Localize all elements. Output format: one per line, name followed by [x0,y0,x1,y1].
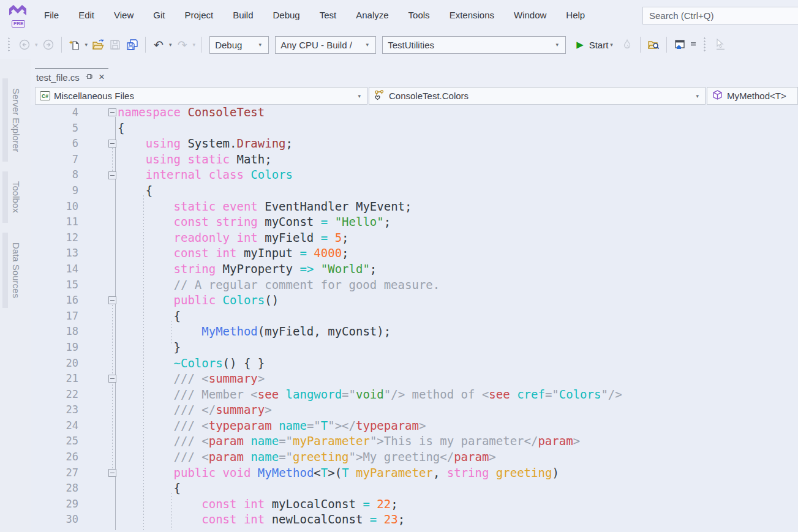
code-line-24[interactable]: 24 /// <typeparam name="T"></typeparam> [31,418,798,434]
open-folder-icon[interactable] [90,37,106,53]
undo-caret-icon[interactable]: ▾ [169,42,172,48]
save-all-icon[interactable] [124,37,140,53]
navigate-back-caret-icon[interactable]: ▾ [35,42,38,48]
close-icon[interactable]: × [99,73,105,81]
collapse-toggle-icon[interactable] [108,375,116,383]
menu-item-build[interactable]: Build [223,0,263,31]
code-line-22[interactable]: 22 /// Member <see langword="void"/> met… [31,387,798,403]
code-line-21[interactable]: 21 /// <summary> [31,371,798,387]
solution-platform-dropdown[interactable]: Any CPU - Build /▾ [275,36,376,54]
toolbar-separator [145,37,146,53]
navigate-back-icon[interactable] [17,37,32,53]
menu-item-help[interactable]: Help [556,0,595,31]
code-line-8[interactable]: 8 internal class Colors [31,167,798,183]
line-number: 4 [31,105,78,121]
fold-margin [78,356,118,372]
visual-studio-logo-icon: PRE [7,3,31,28]
code-line-19[interactable]: 19 } [31,340,798,356]
menu-item-extensions[interactable]: Extensions [440,0,504,31]
code-line-29[interactable]: 29 const int myLocalConst = 22; [31,496,798,512]
fold-margin [78,261,118,277]
code-line-5[interactable]: 5{ [31,121,798,137]
code-line-25[interactable]: 25 /// <param name="myParameter">This is… [31,433,798,449]
toolbar-grip[interactable] [7,37,11,53]
menu-bar: FileEditViewGitProjectBuildDebugTestAnal… [34,0,595,31]
collapse-toggle-icon[interactable] [108,171,116,179]
document-tab[interactable]: test_file.cs × [35,68,108,85]
side-tab-data-sources[interactable]: Data Sources [11,233,31,308]
menu-item-tools[interactable]: Tools [399,0,440,31]
menu-item-window[interactable]: Window [504,0,556,31]
fold-margin [78,340,118,356]
search-input[interactable] [642,7,798,24]
start-caret-icon[interactable]: ▾ [610,42,613,48]
pin-icon[interactable] [85,72,93,83]
fold-margin [78,371,118,387]
hot-reload-icon[interactable] [619,37,635,53]
code-line-7[interactable]: 7 using static Math; [31,152,798,168]
line-number: 13 [31,245,78,261]
side-tab-server-explorer[interactable]: Server Explorer [11,78,31,162]
solution-configuration-dropdown[interactable]: Debug▾ [209,36,269,54]
menu-item-git[interactable]: Git [143,0,175,31]
code-line-14[interactable]: 14 string MyProperty => "World"; [31,261,798,277]
code-line-15[interactable]: 15 // A regular comment for good measure… [31,277,798,293]
window-home-icon[interactable] [672,37,688,53]
collapse-toggle-icon[interactable] [108,140,116,148]
code-line-4[interactable]: 4namespace ConsoleTest [31,105,798,121]
line-number: 28 [31,481,78,496]
menu-item-view[interactable]: View [104,0,143,31]
line-number: 17 [31,309,78,324]
code-line-20[interactable]: 20 ~Colors() { } [31,356,798,372]
startup-project-dropdown[interactable]: TestUtilities▾ [382,36,566,54]
find-in-files-icon[interactable] [646,37,661,53]
code-text: /// <param name="myParameter">This is my… [118,433,798,449]
redo-icon[interactable]: ↷ [175,37,190,53]
new-file-icon[interactable] [67,37,83,53]
menu-item-edit[interactable]: Edit [69,0,104,31]
code-line-11[interactable]: 11 const string myConst = "Hello"; [31,214,798,230]
code-line-26[interactable]: 26 /// <param name="greeting">My greetin… [31,449,798,465]
toolbar-overflow-icon[interactable] [689,37,698,53]
fold-margin [78,465,118,481]
line-number: 11 [31,214,78,230]
code-line-9[interactable]: 9 { [31,183,798,199]
method-icon [712,89,723,103]
code-text: MyMethod(myField, myConst); [118,324,798,340]
code-line-23[interactable]: 23 /// </summary> [31,402,798,418]
code-line-27[interactable]: 27 public void MyMethod<T>(T myParameter… [31,465,798,481]
new-file-caret-icon[interactable]: ▾ [85,42,88,48]
code-line-16[interactable]: 16 public Colors() [31,293,798,309]
member-dropdown[interactable]: MyMethod<T> [707,87,798,105]
toolbar-grip[interactable] [703,37,707,53]
navigate-forward-icon[interactable] [40,37,56,53]
menu-item-test[interactable]: Test [310,0,347,31]
side-tab-toolbox[interactable]: Toolbox [11,171,31,223]
type-dropdown[interactable]: ConsoleTest.Colors ▾ [369,87,706,105]
start-debugging-button[interactable]: ▶ Start ▾ [576,39,615,50]
code-editor[interactable]: 4namespace ConsoleTest5{6 using System.D… [31,105,798,532]
code-line-30[interactable]: 30 const int newLocalConst = 23; [31,512,798,528]
undo-icon[interactable]: ↶ [151,37,167,53]
code-line-28[interactable]: 28 { [31,481,798,496]
line-number: 30 [31,512,78,528]
code-text: { [118,481,798,496]
collapse-toggle-icon[interactable] [108,296,116,304]
menu-item-file[interactable]: File [34,0,69,31]
save-icon[interactable] [107,37,123,53]
code-line-10[interactable]: 10 static event EventHandler MyEvent; [31,199,798,215]
code-line-13[interactable]: 13 const int myInput = 4000; [31,245,798,261]
code-line-18[interactable]: 18 MyMethod(myField, myConst); [31,324,798,340]
selection-pointer-icon[interactable] [712,37,728,53]
project-dropdown[interactable]: C# Miscellaneous Files ▾ [35,87,367,105]
menu-item-debug[interactable]: Debug [263,0,310,31]
line-number: 8 [31,167,78,183]
code-line-12[interactable]: 12 readonly int myField = 5; [31,230,798,246]
menu-item-project[interactable]: Project [175,0,223,31]
code-line-17[interactable]: 17 { [31,309,798,324]
collapse-toggle-icon[interactable] [108,469,116,477]
collapse-toggle-icon[interactable] [108,108,116,116]
code-line-6[interactable]: 6 using System.Drawing; [31,136,798,152]
menu-item-analyze[interactable]: Analyze [346,0,398,31]
redo-caret-icon[interactable]: ▾ [193,42,196,48]
